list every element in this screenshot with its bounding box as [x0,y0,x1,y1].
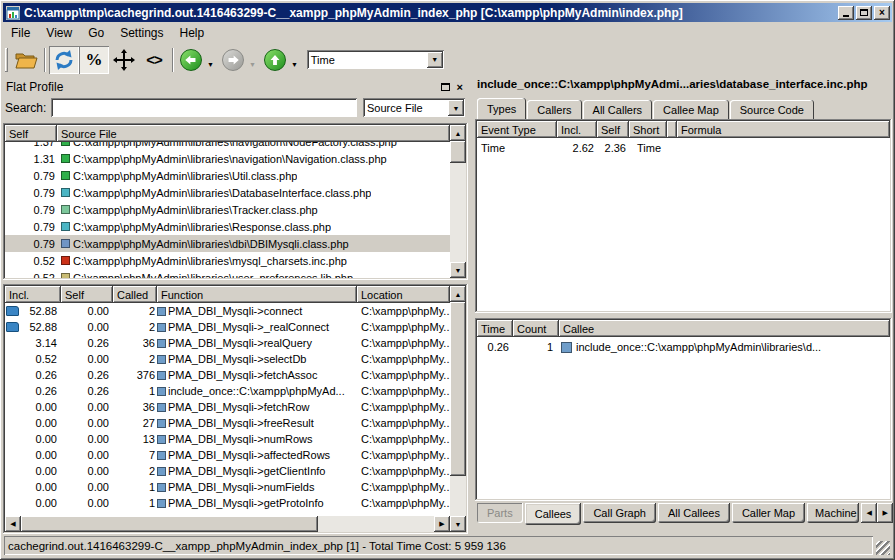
close-button[interactable]: × [874,6,890,20]
menu-help[interactable]: Help [172,24,213,42]
source-file-row[interactable]: 0.52C:\xampp\phpMyAdmin\libraries\user_p… [5,269,450,278]
tab-all-callees[interactable]: All Callees [658,503,730,523]
function-incl-value: 0.52 [36,353,57,365]
tab-machine[interactable]: Machine [807,503,859,523]
back-dropdown-caret[interactable]: ▼ [207,61,214,68]
column-header-event-type[interactable]: Event Type [477,121,557,138]
source-file-row[interactable]: 0.79C:\xampp\phpMyAdmin\libraries\dbi\DB… [5,235,450,252]
scroll-up-icon[interactable]: ▲ [450,286,466,302]
source-file-row[interactable]: 0.79C:\xampp\phpMyAdmin\libraries\Util.c… [5,167,450,184]
minimize-button[interactable] [838,6,854,20]
scrollbar-track[interactable] [450,302,466,516]
source-vertical-scrollbar[interactable]: ▲ ▼ [450,125,466,278]
column-header-function[interactable]: Function [157,286,357,303]
tab-callers[interactable]: Callers [527,100,581,119]
back-button[interactable] [178,46,204,74]
title-bar[interactable]: C:\xampp\tmp\cachegrind.out.1416463299-C… [3,3,892,22]
scrollbar-track[interactable] [21,516,434,532]
column-header-count[interactable]: Count [513,320,559,337]
dock-close-icon[interactable]: × [457,81,463,93]
column-header-location[interactable]: Location [357,286,450,303]
open-file-button[interactable] [11,46,41,74]
column-header-spacer[interactable] [667,121,677,138]
menu-go[interactable]: Go [80,24,112,42]
function-row[interactable]: 0.260.261include_once::C:\xampp\phpMyAd.… [5,383,450,399]
scrollbar-track[interactable] [450,141,466,262]
tab-call-graph[interactable]: Call Graph [583,503,656,523]
tab-callee-map[interactable]: Callee Map [653,100,729,119]
function-name-cell: PMA_DBI_Mysqli->freeResult [157,417,357,429]
column-header-self[interactable]: Self [5,125,57,142]
toolbar-grip[interactable] [5,48,8,72]
up-dropdown-caret[interactable]: ▼ [291,61,298,68]
function-vertical-scrollbar[interactable]: ▲ ▼ [450,286,466,532]
scroll-right-icon[interactable]: ▶ [434,516,450,532]
source-file-row[interactable]: 1.31C:\xampp\phpMyAdmin\libraries\naviga… [5,150,450,167]
cycle-grouping-button[interactable] [49,46,79,74]
expand-areas-button[interactable] [109,46,139,74]
scroll-down-icon[interactable]: ▼ [450,516,466,532]
menu-settings[interactable]: Settings [112,24,171,42]
scrollbar-thumb[interactable] [450,141,466,163]
function-location: C:\xampp\phpMy... [357,417,450,429]
column-header-incl[interactable]: Incl. [557,121,597,138]
function-row[interactable]: 0.000.0036PMA_DBI_Mysqli->fetchRowC:\xam… [5,399,450,415]
function-row[interactable]: 3.140.2636PMA_DBI_Mysqli->realQueryC:\xa… [5,335,450,351]
source-file-row[interactable]: 0.79C:\xampp\phpMyAdmin\libraries\Tracke… [5,201,450,218]
function-row[interactable]: 0.000.001PMA_DBI_Mysqli->numFieldsC:\xam… [5,479,450,495]
combo-dropdown-icon[interactable]: ▼ [448,100,464,116]
tab-scroll-left-icon[interactable]: ◀ [861,503,877,523]
function-row[interactable]: 0.000.007PMA_DBI_Mysqli->affectedRowsC:\… [5,447,450,463]
source-file-row[interactable]: 0.79C:\xampp\phpMyAdmin\libraries\Respon… [5,218,450,235]
column-header-short[interactable]: Short [629,121,667,138]
function-row[interactable]: 0.000.001PMA_DBI_Mysqli->getProtoInfoC:\… [5,495,450,511]
function-horizontal-scrollbar[interactable]: ◀ ▶ [5,516,450,532]
tab-scroll-right-icon[interactable]: ▶ [877,503,893,523]
scrollbar-thumb[interactable] [21,516,318,532]
tab-callees[interactable]: Callees [525,503,582,525]
event-type-row[interactable]: Time 2.62 2.36 Time [477,140,890,156]
tab-caller-map[interactable]: Caller Map [732,503,805,523]
column-header-time[interactable]: Time [477,320,513,337]
scroll-left-icon[interactable]: ◀ [5,516,21,532]
function-row[interactable]: 52.880.002PMA_DBI_Mysqli->_realConnectC:… [5,319,450,335]
scrollbar-thumb[interactable] [450,302,466,476]
resize-grip-icon[interactable] [876,541,890,555]
shorten-templates-button[interactable]: <> [139,46,169,74]
column-header-incl[interactable]: Incl. [5,286,61,303]
column-header-called[interactable]: Called [113,286,157,303]
source-file-row[interactable]: 0.52C:\xampp\phpMyAdmin\libraries\mysql_… [5,252,450,269]
callee-row[interactable]: 0.26 1 include_once::C:\xampp\phpMyAdmin… [477,339,890,355]
maximize-button[interactable] [856,6,872,20]
event-type-select[interactable]: Time ▼ [307,50,445,70]
tab-parts[interactable]: Parts [477,503,523,523]
function-row[interactable]: 0.000.0013PMA_DBI_Mysqli->numRowsC:\xamp… [5,431,450,447]
menu-file[interactable]: File [3,24,38,42]
function-row[interactable]: 0.260.26376PMA_DBI_Mysqli->fetchAssocC:\… [5,367,450,383]
search-input[interactable] [51,98,358,118]
grouping-select[interactable]: Source File ▼ [363,98,466,118]
source-file-row[interactable]: 1.37C:\xampp\phpMyAdmin\libraries\naviga… [5,142,450,150]
forward-dropdown-caret[interactable]: ▼ [249,61,256,68]
function-row[interactable]: 0.520.002PMA_DBI_Mysqli->selectDbC:\xamp… [5,351,450,367]
column-header-callee[interactable]: Callee [559,320,890,337]
source-file-row[interactable]: 0.79C:\xampp\phpMyAdmin\libraries\Databa… [5,184,450,201]
function-row[interactable]: 0.000.002PMA_DBI_Mysqli->getClientInfoC:… [5,463,450,479]
up-button[interactable] [262,46,288,74]
relative-percent-button[interactable]: % [79,46,109,74]
tab-source-code[interactable]: Source Code [730,100,814,119]
tab-types[interactable]: Types [477,98,526,119]
forward-button[interactable] [220,46,246,74]
function-row[interactable]: 0.000.0027PMA_DBI_Mysqli->freeResultC:\x… [5,415,450,431]
function-row[interactable]: 52.880.002PMA_DBI_Mysqli->connectC:\xamp… [5,303,450,319]
column-header-formula[interactable]: Formula [677,121,890,138]
column-header-self[interactable]: Self [61,286,113,303]
column-header-source-file[interactable]: Source File [57,125,450,142]
scroll-up-icon[interactable]: ▲ [450,125,466,141]
float-dock-icon[interactable] [441,83,450,91]
menu-view[interactable]: View [38,24,80,42]
column-header-self[interactable]: Self [597,121,629,138]
tab-all-callers[interactable]: All Callers [583,100,653,119]
scroll-down-icon[interactable]: ▼ [450,262,466,278]
combo-dropdown-icon[interactable]: ▼ [427,52,443,68]
